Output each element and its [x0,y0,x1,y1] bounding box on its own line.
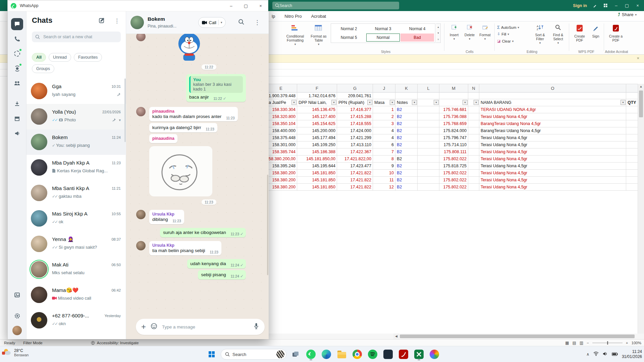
close-button[interactable]: × [635,3,641,9]
filter-unread[interactable]: Unread [49,53,71,62]
cell[interactable]: 2 [373,113,395,120]
sticker-doraemon[interactable] [176,34,202,63]
task-view-button[interactable] [289,348,302,361]
message-outgoing[interactable]: sebiji pisang 11:24 ✓ [126,270,269,280]
media-icon[interactable] [11,289,23,301]
cell[interactable]: 158.350.104 [265,120,297,127]
cell[interactable]: 175.796.747 [439,134,468,141]
cell[interactable]: 145.181.850 [297,184,337,191]
format-as-table-button[interactable]: Format as Table ▾ [308,24,329,46]
cell[interactable]: 145.181.850 [297,170,337,177]
cell[interactable]: B2 [395,177,418,184]
cell[interactable]: 17.421.822 [337,170,373,177]
col-header[interactable]: L [418,84,439,93]
channels-tab[interactable] [11,62,23,74]
cell[interactable]: Terasi Udang Nona 4,5gr [479,170,626,177]
gallery-down-icon[interactable]: ▾ [437,32,439,35]
emoji-sticker-icon[interactable] [151,323,157,331]
cell[interactable]: 175.736.088 [439,113,468,120]
cell[interactable] [418,170,439,177]
cell[interactable]: B2 [395,127,418,134]
filter-dropdown-icon[interactable]: ▾ [412,100,417,105]
filter-dropdown-icon[interactable]: ▾ [474,100,479,105]
profile-avatar[interactable] [11,324,23,337]
cell[interactable]: B2 [395,106,418,113]
chats-tab[interactable] [11,18,23,30]
filter-header-cell[interactable]: DPP Nilai Lain,▾ [297,99,337,106]
normal-view-icon[interactable]: ▦ [565,341,569,345]
col-header[interactable]: J [373,84,395,93]
filter-header-cell[interactable]: Masa▾ [373,99,395,106]
zoom-slider[interactable] [592,343,623,343]
cell[interactable]: 4 [373,134,395,141]
share-button[interactable]: ⤴ Share ▾ [618,12,637,17]
cell[interactable]: Terasi Udang Nona 4,5gr [479,156,626,163]
cell[interactable]: 17.421.822 [337,184,373,191]
chat-list-item[interactable]: +62 877-6009-... Yesterday ✓✓okn [26,308,126,333]
chat-list-item[interactable]: Gga 10:31 Iyah sayang [26,78,126,104]
communities-tab[interactable] [11,77,23,89]
cell[interactable]: 8 [373,156,395,163]
cell[interactable] [468,170,479,177]
cell[interactable]: 209.041.761 [337,93,373,99]
cell[interactable]: 145.186.388 [297,148,337,156]
filter-dropdown-icon[interactable]: ▾ [367,100,372,105]
battery-icon[interactable] [612,351,618,357]
cell[interactable]: B2 [395,141,418,148]
cell[interactable] [468,163,479,170]
cell[interactable] [418,148,439,156]
cell[interactable]: 175.824.000 [439,127,468,134]
cell[interactable]: 17.424.000 [337,127,373,134]
insert-button[interactable]: Insert ▾ [447,24,462,41]
zoom-in-icon[interactable]: + [626,341,628,345]
chat-list-item[interactable]: Mba Dyah Kkp A 11:23 Kertas Kerja Global… [26,155,126,180]
cell[interactable]: 158.395.248 [265,163,297,170]
start-button[interactable] [205,348,218,361]
cell[interactable]: 175.818.725 [439,163,468,170]
edit-icon[interactable] [592,3,598,9]
cell[interactable] [418,134,439,141]
chevron-down-icon[interactable]: ▾ [119,118,121,122]
cell[interactable]: 158.385.744 [265,148,297,156]
cell[interactable]: 175.802.022 [439,156,468,163]
style-bad[interactable]: Bad [400,34,434,42]
chats-search-input[interactable] [43,35,114,39]
cell[interactable] [395,93,418,99]
filter-dropdown-icon[interactable]: ▾ [331,100,336,105]
vertical-scrollbar[interactable]: ▲ [638,84,644,334]
clear-button[interactable]: ◪ Clear ▾ [497,39,514,43]
gallery-more-icon[interactable]: ▿ [437,38,439,41]
cell[interactable]: 145.200.000 [297,127,337,134]
taskbar-whatsapp[interactable] [305,348,317,361]
cell[interactable]: 145.195.644 [297,163,337,170]
taskbar-search[interactable]: Search [221,349,286,360]
cell[interactable]: 17.421.299 [337,134,373,141]
message-outgoing[interactable]: You kalian ber 3 aku kasi kado 1 baca an… [126,74,269,102]
cell[interactable] [468,134,479,141]
cell[interactable]: 158.400.000 [265,127,297,134]
wifi-icon[interactable] [593,351,599,357]
taskbar-clock[interactable]: 11:24 31/01/2026 [622,349,642,359]
cell[interactable]: B2 [395,148,418,156]
chat-list-item[interactable]: Mama😘❤️ 06:42 Missed video call [26,282,126,308]
cell[interactable] [468,120,479,127]
cell[interactable]: 1 [373,106,395,113]
taskbar-edge[interactable] [320,348,333,361]
cell[interactable]: 158.380.200,00 [265,156,297,163]
maximize-button[interactable]: ▢ [238,0,253,11]
cell[interactable]: 17.423.477 [337,163,373,170]
cell[interactable]: 12 [373,184,395,191]
style-normal-2[interactable]: Normal 2 [332,25,366,33]
chat-list-item[interactable]: Mas Siroj Kkp A 10:55 ✓✓ok [26,206,126,231]
cell[interactable]: 3 [373,120,395,127]
cell[interactable]: Terasi Udang Nona 4,5gr [479,163,626,170]
filter-header-cell[interactable]: NAMA BARANG▾ [479,99,626,106]
filter-header-cell[interactable]: ▾ [418,99,439,106]
chats-search-bar[interactable] [32,32,121,42]
minimize-button[interactable]: – [613,3,619,9]
taskbar-dark-app[interactable] [382,348,394,361]
cell[interactable]: B2 [395,113,418,120]
quoted-message[interactable]: You kalian ber 3 aku kasi kado 1 [189,76,243,93]
cell[interactable]: 158.380.200 [265,177,297,184]
chat-list-item[interactable]: Yolla (You) 22/01/2026 ✓✓ Photo ▾ [26,104,126,129]
